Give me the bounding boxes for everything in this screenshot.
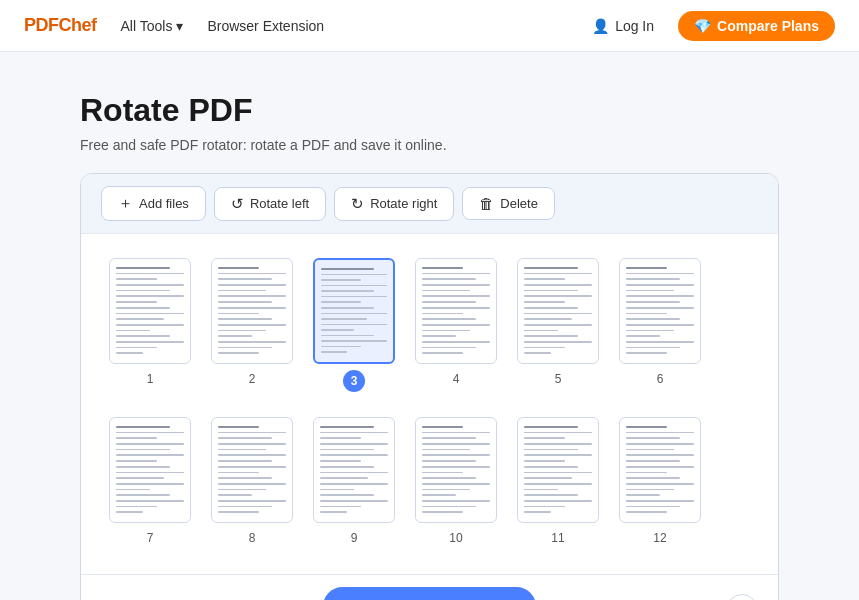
page-number-7: 7 [147, 531, 154, 545]
page-thumb-3 [313, 258, 395, 364]
add-files-button[interactable]: ＋ Add files [101, 186, 206, 221]
compare-plans-label: Compare Plans [717, 18, 819, 34]
page-thumb-7 [109, 417, 191, 523]
page-item-10[interactable]: 10 [415, 417, 497, 550]
plus-icon: ＋ [118, 194, 133, 213]
user-icon: 👤 [592, 18, 609, 34]
hero-section: Rotate PDF Free and safe PDF rotator: ro… [0, 52, 859, 173]
page-item-6[interactable]: 6 [619, 258, 701, 397]
page-item-11[interactable]: 11 [517, 417, 599, 550]
rotate-left-label: Rotate left [250, 196, 309, 211]
page-thumb-9 [313, 417, 395, 523]
page-item-9[interactable]: 9 [313, 417, 395, 550]
toolbar: ＋ Add files ↺ Rotate left ↻ Rotate right… [81, 174, 778, 234]
page-title: Rotate PDF [80, 92, 779, 129]
page-thumb-5 [517, 258, 599, 364]
save-download-button[interactable]: Save and download [323, 587, 535, 600]
page-subtitle: Free and safe PDF rotator: rotate a PDF … [80, 137, 779, 153]
page-item-2[interactable]: 2 [211, 258, 293, 397]
page-item-1[interactable]: 1 [109, 258, 191, 397]
page-thumb-1 [109, 258, 191, 364]
page-item-12[interactable]: 12 [619, 417, 701, 550]
chevron-down-icon: ▾ [176, 18, 183, 34]
page-number-10: 10 [449, 531, 462, 545]
page-number-1: 1 [147, 372, 154, 386]
page-thumb-12 [619, 417, 701, 523]
rotate-left-button[interactable]: ↺ Rotate left [214, 187, 326, 221]
rotate-left-icon: ↺ [231, 195, 244, 213]
page-number-12: 12 [653, 531, 666, 545]
page-item-5[interactable]: 5 [517, 258, 599, 397]
login-button[interactable]: 👤 Log In [592, 18, 654, 34]
logo: PDFChef [24, 15, 97, 36]
browser-extension-button[interactable]: Browser Extension [207, 18, 324, 34]
page-thumb-4 [415, 258, 497, 364]
trash-icon: 🗑 [479, 195, 494, 212]
delete-button[interactable]: 🗑 Delete [462, 187, 555, 220]
page-item-7[interactable]: 7 [109, 417, 191, 550]
page-item-4[interactable]: 4 [415, 258, 497, 397]
navigation: PDFChef All Tools ▾ Browser Extension 👤 … [0, 0, 859, 52]
all-tools-label: All Tools [121, 18, 173, 34]
page-item-3[interactable]: 3 [313, 258, 395, 397]
collapse-button[interactable]: ▲ [726, 594, 758, 600]
pages-grid: 123456789101112 [81, 234, 778, 574]
page-number-4: 4 [453, 372, 460, 386]
compare-plans-button[interactable]: 💎 Compare Plans [678, 11, 835, 41]
rotate-right-button[interactable]: ↻ Rotate right [334, 187, 454, 221]
page-number-5: 5 [555, 372, 562, 386]
tool-container: ＋ Add files ↺ Rotate left ↻ Rotate right… [80, 173, 779, 600]
all-tools-button[interactable]: All Tools ▾ [121, 18, 184, 34]
page-number-8: 8 [249, 531, 256, 545]
rotate-right-label: Rotate right [370, 196, 437, 211]
login-label: Log In [615, 18, 654, 34]
add-files-label: Add files [139, 196, 189, 211]
page-number-3: 3 [343, 370, 365, 392]
page-number-2: 2 [249, 372, 256, 386]
page-number-9: 9 [351, 531, 358, 545]
page-number-11: 11 [551, 531, 564, 545]
page-item-8[interactable]: 8 [211, 417, 293, 550]
rotate-right-icon: ↻ [351, 195, 364, 213]
browser-extension-label: Browser Extension [207, 18, 324, 34]
page-thumb-2 [211, 258, 293, 364]
delete-label: Delete [500, 196, 538, 211]
page-thumb-10 [415, 417, 497, 523]
page-thumb-6 [619, 258, 701, 364]
diamond-icon: 💎 [694, 18, 711, 34]
page-thumb-11 [517, 417, 599, 523]
logo-text: PDFChef [24, 15, 97, 35]
page-number-6: 6 [657, 372, 664, 386]
page-thumb-8 [211, 417, 293, 523]
bottom-bar: Save and download ▲ [81, 574, 778, 600]
